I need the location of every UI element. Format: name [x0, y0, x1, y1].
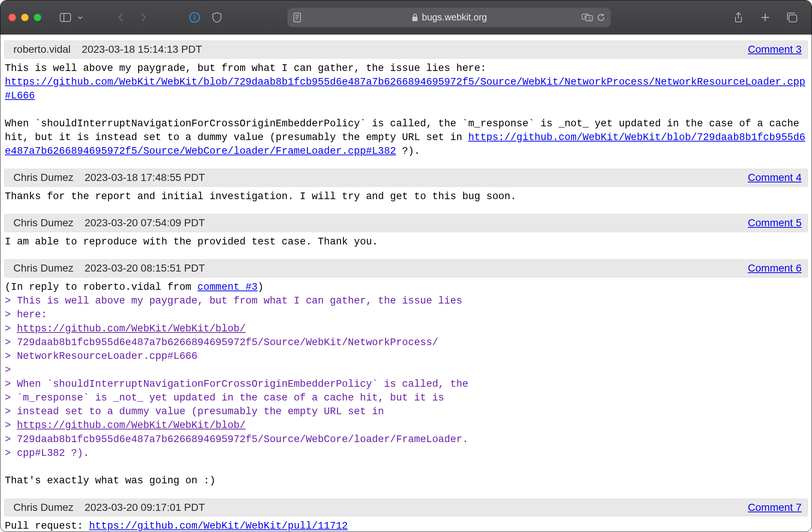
comment-permalink[interactable]: Comment 7 — [748, 500, 802, 515]
comment-author: Chris Dumez — [13, 216, 74, 230]
comment-header: Chris Dumez 2023-03-18 17:48:55 PDT Comm… — [4, 169, 808, 187]
svg-rect-0 — [60, 13, 71, 22]
extension-1password-icon[interactable] — [186, 9, 203, 26]
comment-block: Chris Dumez 2023-03-20 07:54:09 PDT Comm… — [0, 214, 812, 249]
comment-author: Chris Dumez — [13, 261, 74, 276]
comment-author: Chris Dumez — [13, 171, 74, 185]
comment-permalink[interactable]: Comment 5 — [748, 216, 802, 230]
comment-body: (In reply to roberto.vidal from comment … — [0, 280, 812, 488]
browser-toolbar: bugs.webkit.org A 文 — [0, 0, 812, 35]
comment-header: roberto.vidal 2023-03-18 15:14:13 PDT Co… — [4, 40, 808, 59]
comment-permalink[interactable]: Comment 4 — [748, 171, 802, 185]
pull-request-link[interactable]: https://github.com/WebKit/WebKit/pull/11… — [89, 520, 348, 532]
back-button[interactable] — [113, 9, 130, 26]
comment-author: roberto.vidal — [13, 42, 71, 57]
comment-body: I am able to reproduce with the provided… — [0, 235, 812, 249]
svg-rect-15 — [789, 15, 797, 22]
code-link[interactable]: https://github.com/WebKit/WebKit/blob/72… — [5, 77, 805, 101]
comment-block: Chris Dumez 2023-03-18 17:48:55 PDT Comm… — [0, 169, 812, 204]
reader-mode-icon[interactable] — [293, 12, 302, 23]
comment-body: Pull request: https://github.com/WebKit/… — [0, 519, 812, 532]
new-tab-button[interactable] — [757, 9, 774, 26]
comment-timestamp: 2023-03-20 09:17:01 PDT — [85, 500, 205, 515]
close-window-button[interactable] — [9, 14, 16, 21]
privacy-shield-icon[interactable] — [208, 9, 225, 26]
quoted-text: > This is well above my paygrade, but fr… — [5, 295, 468, 459]
window-controls — [9, 14, 41, 21]
minimize-window-button[interactable] — [21, 14, 29, 21]
comment-block: Chris Dumez 2023-03-20 08:15:51 PDT Comm… — [0, 259, 812, 488]
code-link[interactable]: https://github.com/WebKit/WebKit/blob/ — [17, 323, 246, 334]
comment-timestamp: 2023-03-20 08:15:51 PDT — [85, 261, 205, 276]
page-content[interactable]: roberto.vidal 2023-03-18 15:14:13 PDT Co… — [0, 35, 812, 532]
svg-text:文: 文 — [588, 16, 592, 20]
lock-icon — [412, 13, 418, 22]
svg-text:A: A — [584, 14, 587, 19]
comment-timestamp: 2023-03-20 07:54:09 PDT — [85, 216, 205, 230]
comment-permalink[interactable]: Comment 3 — [748, 42, 802, 57]
url-text: bugs.webkit.org — [422, 12, 487, 23]
svg-rect-8 — [412, 17, 418, 21]
comment-header: Chris Dumez 2023-03-20 08:15:51 PDT Comm… — [4, 259, 808, 278]
code-link[interactable]: https://github.com/WebKit/WebKit/blob/ — [17, 420, 246, 431]
address-bar[interactable]: bugs.webkit.org A 文 — [288, 8, 611, 27]
comment-block: Chris Dumez 2023-03-20 09:17:01 PDT Comm… — [0, 499, 812, 532]
safari-window: bugs.webkit.org A 文 — [0, 0, 812, 532]
share-button[interactable] — [730, 9, 747, 26]
forward-button[interactable] — [135, 9, 152, 26]
comment-timestamp: 2023-03-18 15:14:13 PDT — [82, 42, 202, 57]
comment-timestamp: 2023-03-18 17:48:55 PDT — [85, 171, 205, 185]
comment-author: Chris Dumez — [13, 500, 74, 515]
comment-header: Chris Dumez 2023-03-20 07:54:09 PDT Comm… — [4, 214, 808, 232]
tab-group-dropdown[interactable] — [72, 9, 89, 26]
comment-permalink[interactable]: Comment 6 — [748, 261, 802, 276]
comment-body: Thanks for the report and initial invest… — [0, 190, 812, 204]
translate-icon[interactable]: A 文 — [582, 13, 593, 22]
fullscreen-window-button[interactable] — [34, 14, 41, 21]
svg-rect-3 — [194, 14, 196, 20]
reload-icon[interactable] — [597, 13, 605, 22]
tab-overview-button[interactable] — [783, 9, 800, 26]
comment-header: Chris Dumez 2023-03-20 09:17:01 PDT Comm… — [4, 499, 808, 517]
comment-block: roberto.vidal 2023-03-18 15:14:13 PDT Co… — [0, 40, 812, 158]
reply-to-link[interactable]: comment #3 — [197, 282, 257, 293]
comment-body: This is well above my paygrade, but from… — [0, 62, 812, 159]
